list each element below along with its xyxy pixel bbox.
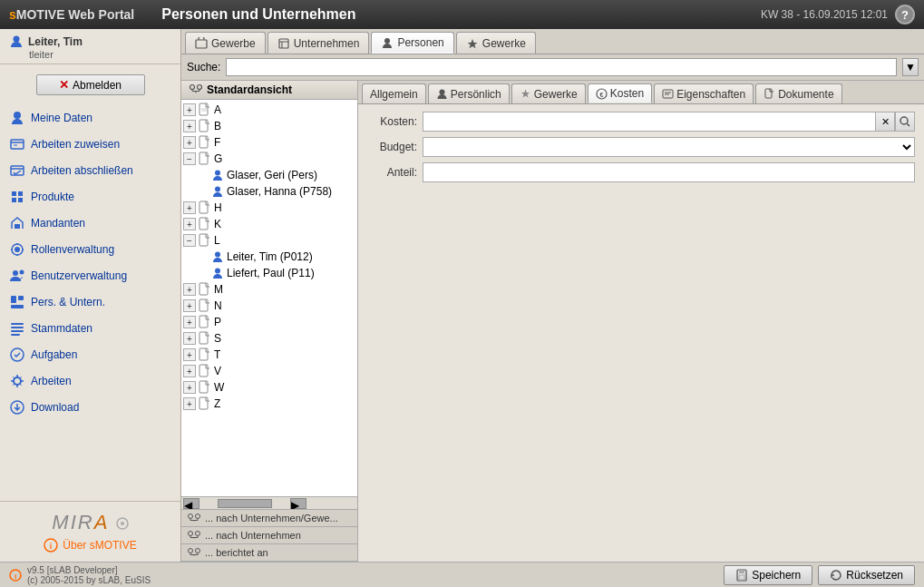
svg-rect-54 — [199, 283, 208, 295]
tab-gewerke-right[interactable]: Gewerke — [511, 83, 586, 103]
svg-rect-9 — [12, 198, 16, 202]
expand-l[interactable]: − — [183, 234, 196, 247]
tab-personen[interactable]: Personen — [371, 32, 453, 54]
tree-footer-nach-unternehmen-gewerbe[interactable]: ... nach Unternehmen/Gewe... — [181, 510, 357, 527]
svg-rect-74 — [765, 89, 772, 98]
scroll-left-btn[interactable]: ◀ — [183, 498, 199, 509]
svg-rect-23 — [11, 323, 24, 325]
tree-panel: Standardansicht + A + — [181, 81, 358, 562]
tab-persoenlich[interactable]: Persönlich — [428, 83, 510, 103]
tree-footer-nach-unternehmen[interactable]: ... nach Unternehmen — [181, 527, 357, 544]
budget-label: Budget: — [367, 141, 417, 153]
sidebar-item-pers-untern[interactable]: Pers. & Untern. — [0, 289, 180, 316]
tree-item-n[interactable]: + N — [181, 298, 357, 314]
expand-t[interactable]: + — [183, 348, 196, 361]
expand-g[interactable]: − — [183, 152, 196, 165]
tree-item-s[interactable]: + S — [181, 330, 357, 347]
expand-f[interactable]: + — [183, 136, 196, 149]
sidebar-item-arbeiten-zuweisen[interactable]: Arbeiten zuweisen — [0, 132, 180, 158]
tab-eigenschaften[interactable]: Eigenschaften — [654, 83, 754, 103]
tree-label-leiter-tim: Leiter, Tim (P012) — [227, 250, 313, 263]
kosten-search-button[interactable] — [895, 112, 915, 132]
smotive-link[interactable]: i Über sMOTIVE — [9, 538, 171, 553]
tree-item-w[interactable]: + W — [181, 379, 357, 396]
sidebar-item-aufgaben[interactable]: Aufgaben — [0, 342, 180, 368]
search-icon — [900, 116, 910, 127]
tree-item-leiter-tim[interactable]: Leiter, Tim (P012) — [181, 249, 357, 265]
kosten-input[interactable] — [423, 112, 875, 132]
tree-item-a[interactable]: + A — [181, 102, 357, 118]
budget-select[interactable] — [423, 137, 915, 157]
expand-z[interactable]: + — [183, 397, 196, 410]
save-button[interactable]: Speichern — [724, 565, 812, 585]
expand-v[interactable]: + — [183, 365, 196, 377]
expand-s[interactable]: + — [183, 332, 196, 345]
tree-item-glaser-geri[interactable]: Glaser, Geri (Pers) — [181, 167, 357, 183]
person-tree-icon-4 — [210, 266, 225, 280]
tab-dokumente[interactable]: Dokumente — [755, 83, 841, 103]
svg-point-64 — [189, 532, 193, 536]
tree-item-b[interactable]: + B — [181, 118, 357, 134]
tree-scroll-area[interactable]: + A + B — [181, 100, 357, 496]
sidebar-item-mandanten[interactable]: Mandanten — [0, 210, 180, 237]
work-icon — [9, 373, 25, 389]
right-panel: Allgemein Persönlich Gewerke € Kosten — [358, 81, 924, 562]
sidebar-item-stammdaten[interactable]: Stammdaten — [0, 316, 180, 342]
expand-m[interactable]: + — [183, 283, 196, 296]
expand-b[interactable]: + — [183, 120, 196, 132]
sidebar-item-produkte[interactable]: Produkte — [0, 184, 180, 210]
tree-item-v[interactable]: + V — [181, 363, 357, 379]
sidebar-item-download[interactable]: Download — [0, 395, 180, 421]
tree-item-p[interactable]: + P — [181, 314, 357, 330]
expand-k[interactable]: + — [183, 218, 196, 230]
expand-p[interactable]: + — [183, 316, 196, 328]
datetime-label: KW 38 - 16.09.2015 12:01 — [761, 8, 888, 21]
reset-button[interactable]: Rücksetzen — [818, 565, 915, 585]
help-button[interactable]: ? — [895, 5, 915, 24]
tab-gewerbe[interactable]: Gewerbe — [185, 32, 266, 54]
tree-scrollbar[interactable]: ◀ ▶ — [181, 496, 357, 509]
mandanten-label: Mandanten — [31, 217, 85, 230]
svg-rect-45 — [199, 136, 208, 148]
kosten-clear-button[interactable]: ✕ — [875, 112, 895, 132]
tree-header: Standardansicht — [181, 81, 357, 100]
rollenverwaltung-label: Rollenverwaltung — [31, 243, 114, 256]
tree-item-m[interactable]: + M — [181, 281, 357, 298]
tree-item-liefert-paul[interactable]: Liefert, Paul (P11) — [181, 265, 357, 281]
expand-n[interactable]: + — [183, 299, 196, 312]
tree-footer-berichtet-an[interactable]: ... berichtet an — [181, 544, 357, 562]
sidebar-item-arbeiten[interactable]: Arbeiten — [0, 368, 180, 395]
tree-item-z[interactable]: + Z — [181, 396, 357, 412]
search-dropdown-button[interactable]: ▼ — [902, 58, 919, 76]
logout-button[interactable]: ✕ Abmelden — [36, 74, 145, 95]
sidebar-item-arbeiten-abschliessen[interactable]: Arbeiten abschließen — [0, 158, 180, 184]
group-icon-2 — [187, 530, 201, 541]
sidebar-item-meine-daten[interactable]: Meine Daten — [0, 105, 180, 132]
tree-item-g[interactable]: − G — [181, 151, 357, 167]
tree-item-l[interactable]: − L — [181, 232, 357, 249]
expand-w[interactable]: + — [183, 381, 196, 394]
tree-item-glaser-hanna[interactable]: Glaser, Hanna (P758) — [181, 183, 357, 200]
tree-item-h[interactable]: + H — [181, 200, 357, 216]
expand-a[interactable]: + — [183, 103, 196, 116]
tab-kosten[interactable]: € Kosten — [588, 83, 652, 103]
scroll-right-btn[interactable]: ▶ — [290, 498, 306, 509]
group-icon-1 — [187, 513, 201, 523]
search-input[interactable] — [226, 58, 897, 76]
tree-item-k[interactable]: + K — [181, 216, 357, 232]
smotive-label: Über sMOTIVE — [63, 539, 136, 552]
expand-h[interactable]: + — [183, 201, 196, 214]
sidebar-item-benutzerverwaltung[interactable]: Benutzerverwaltung — [0, 263, 180, 289]
tree-label-k: K — [214, 218, 221, 230]
tree-item-t[interactable]: + T — [181, 347, 357, 363]
tree-item-f[interactable]: + F — [181, 134, 357, 151]
scroll-thumb[interactable] — [218, 499, 272, 508]
download-icon — [9, 399, 25, 416]
sidebar-item-rollenverwaltung[interactable]: Rollenverwaltung — [0, 237, 180, 263]
footer-info: i v9.5 [sLAB Developer] (c) 2005-2015 by… — [9, 565, 151, 585]
tab-allgemein[interactable]: Allgemein — [362, 83, 426, 103]
tab-unternehmen[interactable]: Unternehmen — [267, 32, 370, 54]
tab-gewerke[interactable]: Gewerke — [456, 32, 536, 54]
tab-kosten-label: Kosten — [610, 87, 644, 100]
anteil-input[interactable] — [423, 162, 915, 182]
